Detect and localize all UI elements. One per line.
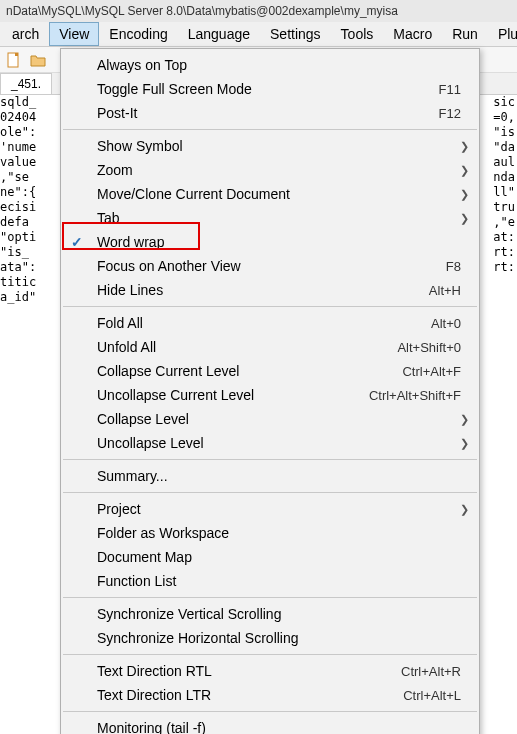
menu-item-text-direction-ltr[interactable]: Text Direction LTRCtrl+Alt+L [61, 683, 479, 707]
code-line: "is [493, 125, 515, 140]
menubar-item-macro[interactable]: Macro [383, 22, 442, 46]
menubar-item-tools[interactable]: Tools [331, 22, 384, 46]
svg-rect-1 [15, 53, 18, 56]
menu-item-collapse-current-level[interactable]: Collapse Current LevelCtrl+Alt+F [61, 359, 479, 383]
menu-item-label: Synchronize Vertical Scrolling [97, 606, 461, 622]
menu-item-label: Folder as Workspace [97, 525, 461, 541]
menu-item-shortcut: Alt+Shift+0 [397, 340, 461, 355]
chevron-right-icon: ❯ [460, 164, 469, 177]
chevron-right-icon: ❯ [460, 503, 469, 516]
code-line: value [0, 155, 36, 170]
document-tab[interactable]: _451. [0, 73, 52, 94]
view-menu-dropdown: Always on TopToggle Full Screen ModeF11P… [60, 48, 480, 734]
menu-item-shortcut: Ctrl+Alt+R [401, 664, 461, 679]
chevron-right-icon: ❯ [460, 188, 469, 201]
code-line: tru [493, 200, 515, 215]
menu-item-move-clone-current-document[interactable]: Move/Clone Current Document❯ [61, 182, 479, 206]
menu-separator [63, 129, 477, 130]
menu-item-label: Unfold All [97, 339, 385, 355]
menu-item-toggle-full-screen-mode[interactable]: Toggle Full Screen ModeF11 [61, 77, 479, 101]
menu-item-document-map[interactable]: Document Map [61, 545, 479, 569]
menu-item-word-wrap[interactable]: ✓Word wrap [61, 230, 479, 254]
menu-item-shortcut: Ctrl+Alt+F [402, 364, 461, 379]
menu-item-shortcut: F8 [446, 259, 461, 274]
code-line: sqld_ [0, 95, 36, 110]
code-line: "da [493, 140, 515, 155]
menu-item-project[interactable]: Project❯ [61, 497, 479, 521]
menu-item-collapse-level[interactable]: Collapse Level❯ [61, 407, 479, 431]
code-line: 'nume [0, 140, 36, 155]
new-file-icon[interactable] [4, 50, 24, 70]
chevron-right-icon: ❯ [460, 140, 469, 153]
menu-item-zoom[interactable]: Zoom❯ [61, 158, 479, 182]
code-line: =0, [493, 110, 515, 125]
menu-separator [63, 711, 477, 712]
code-line: ole": [0, 125, 36, 140]
code-line: "is_ [0, 245, 36, 260]
menu-item-shortcut: F12 [439, 106, 461, 121]
chevron-right-icon: ❯ [460, 413, 469, 426]
menu-item-label: Show Symbol [97, 138, 461, 154]
menu-bar: archViewEncodingLanguageSettingsToolsMac… [0, 22, 517, 47]
menu-item-synchronize-vertical-scrolling[interactable]: Synchronize Vertical Scrolling [61, 602, 479, 626]
menu-item-monitoring-tail-f[interactable]: Monitoring (tail -f) [61, 716, 479, 734]
menu-item-label: Monitoring (tail -f) [97, 720, 461, 734]
menu-item-summary[interactable]: Summary... [61, 464, 479, 488]
menubar-item-run[interactable]: Run [442, 22, 488, 46]
title-bar: nData\MySQL\MySQL Server 8.0\Data\mybati… [0, 0, 517, 22]
menu-item-hide-lines[interactable]: Hide LinesAlt+H [61, 278, 479, 302]
open-file-icon[interactable] [28, 50, 48, 70]
code-line: rt: [493, 260, 515, 275]
menu-item-tab[interactable]: Tab❯ [61, 206, 479, 230]
menubar-item-arch[interactable]: arch [2, 22, 49, 46]
code-line: titic [0, 275, 36, 290]
menu-item-label: Project [97, 501, 461, 517]
code-line: ll" [493, 185, 515, 200]
menu-item-shortcut: Ctrl+Alt+Shift+F [369, 388, 461, 403]
menu-item-label: Synchronize Horizontal Scrolling [97, 630, 461, 646]
menu-item-always-on-top[interactable]: Always on Top [61, 53, 479, 77]
menu-item-label: Hide Lines [97, 282, 417, 298]
menu-item-focus-on-another-view[interactable]: Focus on Another ViewF8 [61, 254, 479, 278]
menu-item-fold-all[interactable]: Fold AllAlt+0 [61, 311, 479, 335]
code-line: at: [493, 230, 515, 245]
menu-item-label: Toggle Full Screen Mode [97, 81, 427, 97]
chevron-right-icon: ❯ [460, 437, 469, 450]
menu-item-synchronize-horizontal-scrolling[interactable]: Synchronize Horizontal Scrolling [61, 626, 479, 650]
code-line: ,"se [0, 170, 36, 185]
menubar-item-language[interactable]: Language [178, 22, 260, 46]
code-line: nda [493, 170, 515, 185]
code-line: defa [0, 215, 36, 230]
menu-separator [63, 597, 477, 598]
menu-item-label: Always on Top [97, 57, 461, 73]
menu-item-post-it[interactable]: Post-ItF12 [61, 101, 479, 125]
menu-item-show-symbol[interactable]: Show Symbol❯ [61, 134, 479, 158]
menubar-item-encoding[interactable]: Encoding [99, 22, 177, 46]
menu-separator [63, 654, 477, 655]
menu-item-label: Focus on Another View [97, 258, 434, 274]
menu-item-function-list[interactable]: Function List [61, 569, 479, 593]
menu-item-label: Summary... [97, 468, 461, 484]
menu-item-unfold-all[interactable]: Unfold AllAlt+Shift+0 [61, 335, 479, 359]
code-line: ata": [0, 260, 36, 275]
menubar-item-view[interactable]: View [49, 22, 99, 46]
menu-separator [63, 492, 477, 493]
menu-item-shortcut: Alt+H [429, 283, 461, 298]
menu-item-label: Fold All [97, 315, 419, 331]
menu-item-label: Uncollapse Level [97, 435, 461, 451]
menu-item-uncollapse-level[interactable]: Uncollapse Level❯ [61, 431, 479, 455]
code-line: "opti [0, 230, 36, 245]
menu-item-label: Document Map [97, 549, 461, 565]
menubar-item-settings[interactable]: Settings [260, 22, 331, 46]
menu-item-uncollapse-current-level[interactable]: Uncollapse Current LevelCtrl+Alt+Shift+F [61, 383, 479, 407]
code-line: sic [493, 95, 515, 110]
menu-item-label: Collapse Level [97, 411, 461, 427]
menu-item-text-direction-rtl[interactable]: Text Direction RTLCtrl+Alt+R [61, 659, 479, 683]
menubar-item-plug[interactable]: Plug [488, 22, 517, 46]
code-line: aul [493, 155, 515, 170]
menu-item-label: Collapse Current Level [97, 363, 390, 379]
menu-item-label: Post-It [97, 105, 427, 121]
menu-item-label: Uncollapse Current Level [97, 387, 357, 403]
menu-separator [63, 306, 477, 307]
menu-item-folder-as-workspace[interactable]: Folder as Workspace [61, 521, 479, 545]
